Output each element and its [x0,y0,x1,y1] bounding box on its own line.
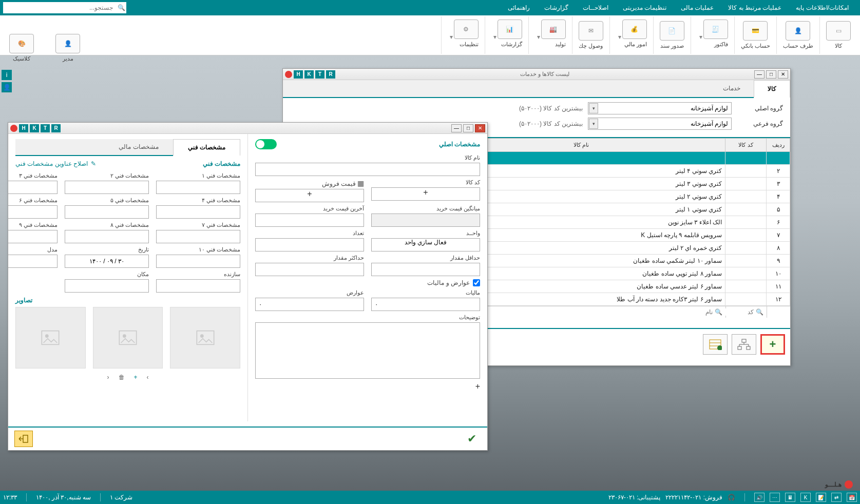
status-dots-icon[interactable]: ⋯ [770,493,780,502]
chevron-down-icon[interactable]: ▾ [491,33,496,41]
duty-input[interactable] [255,298,364,311]
unit-activate-button[interactable]: فعال سازي واحد [371,238,480,251]
tab-finance-specs[interactable]: مشخصات مالي [104,139,173,155]
add-more-button[interactable]: + [255,382,480,391]
tax-checkbox[interactable] [473,279,480,286]
ribbon-voucher[interactable]: 📄صدور سند [653,16,691,54]
ribbon-production[interactable]: 🏭توليد▾ [528,16,572,54]
menu-finance-ops[interactable]: عملیات مالی [674,4,721,11]
ribbon-reports[interactable]: 📊گزارشات▾ [485,16,528,54]
ribbon-bank-account[interactable]: 💳حساب بانکي [734,16,776,54]
status-k-icon[interactable]: K [800,493,811,502]
col-row[interactable]: رديف [767,139,790,152]
shortcut-r[interactable]: R [51,124,61,132]
tab-tech-specs[interactable]: مشخصات فني [173,139,240,156]
ribbon-theme-classic[interactable]: 🎨کلاسیک [3,34,40,62]
tab-goods[interactable]: کالا [754,80,790,98]
tech-spec-input[interactable] [65,181,149,194]
menu-mgmt-settings[interactable]: تنظیمات مدیریتی [616,4,674,11]
tab-services[interactable]: خدمات [710,80,754,97]
menu-help[interactable]: راهنمائی [501,4,537,11]
chevron-down-icon[interactable]: ▾ [535,33,540,41]
image-slot-2[interactable] [93,307,163,369]
global-search-input[interactable] [3,4,116,11]
maximize-button[interactable]: □ [766,70,776,79]
status-note-icon[interactable]: 📝 [816,493,826,502]
last-buy-input[interactable] [255,214,364,227]
close-button[interactable]: ✕ [778,70,788,79]
image-delete[interactable]: 🗑 [119,374,125,381]
ribbon-cheque[interactable]: ✉وصول چك [572,16,609,54]
chevron-down-icon[interactable]: ▾ [589,103,598,113]
tech-spec-input[interactable] [65,279,149,293]
sale-price-add[interactable]: + [255,189,364,202]
shortcut-k[interactable]: K [304,70,314,79]
chevron-down-icon[interactable]: ▾ [616,33,621,41]
shortcut-t[interactable]: T [41,124,50,132]
image-next[interactable]: › [147,374,149,381]
tech-spec-input[interactable] [65,230,149,243]
tech-spec-input[interactable] [8,230,58,243]
tech-spec-input[interactable] [156,255,240,268]
shortcut-t[interactable]: T [315,70,324,79]
chevron-down-icon[interactable]: ▾ [589,119,598,129]
menu-basics[interactable]: امکانات/اطلاعات پایه [789,4,856,11]
group-tree-button[interactable] [732,334,756,355]
item-detail-titlebar[interactable]: H K T R — □ ✕ [8,123,487,134]
tech-spec-input[interactable] [8,181,58,194]
tax-checkbox-row[interactable]: عوارض و مالیات [255,279,480,286]
ribbon-settings[interactable]: ⚙تنظيمات▾ [441,16,485,54]
chevron-down-icon[interactable]: ▾ [697,33,702,41]
col-code[interactable]: کد کالا [725,139,767,152]
min-input[interactable] [371,263,480,276]
ribbon-finance[interactable]: 💰امور مالي▾ [609,16,653,54]
ribbon-user-admin[interactable]: 👤مدیر [49,34,86,62]
tech-spec-input[interactable] [156,205,240,219]
shortcut-h[interactable]: H [294,70,303,79]
shortcut-r[interactable]: R [326,70,335,79]
main-group-input[interactable] [588,102,732,114]
ribbon-goods[interactable]: ▭کالا [819,16,857,54]
chevron-down-icon[interactable]: ▾ [448,33,453,41]
image-slot-3[interactable] [15,307,86,369]
global-search[interactable]: 🔍 [3,2,126,13]
maximize-button[interactable]: □ [463,124,473,132]
desc-textarea[interactable] [255,322,480,379]
tech-spec-input[interactable] [156,279,240,293]
tax-input[interactable] [371,298,480,311]
image-prev[interactable]: ‹ [107,374,109,381]
image-slot-1[interactable] [170,307,240,369]
tech-spec-input[interactable] [65,205,149,219]
status-convert-icon[interactable]: ⇄ [831,493,842,502]
list-view-button[interactable] [703,334,728,355]
status-calc-icon[interactable]: 🖩 [785,493,795,502]
tech-spec-input[interactable] [8,255,58,268]
edit-spec-titles-link[interactable]: ✎اصلاح عناوین مشخصات فني [15,160,96,167]
item-active-toggle[interactable] [255,139,277,149]
minimize-button[interactable]: — [754,70,765,79]
goods-list-titlebar[interactable]: H K T R ليست كالاها و خدمات — □ ✕ [283,69,790,80]
confirm-button[interactable]: ✔ [463,431,481,447]
tech-spec-input[interactable] [8,205,58,219]
user-widget-icon[interactable]: 👤 [2,82,12,92]
qty-input[interactable] [255,238,364,251]
close-button[interactable]: ✕ [475,124,485,132]
menu-goods-ops[interactable]: عملیات مرتبط به کالا [721,4,789,11]
sub-group-input[interactable] [588,118,732,130]
image-add[interactable]: + [134,374,138,381]
ribbon-account-party[interactable]: 👤طرف حساب [776,16,819,54]
menu-reports[interactable]: گزارشات [537,4,576,11]
item-code-add[interactable]: + [371,187,480,201]
add-item-button[interactable]: + [760,334,785,355]
shortcut-h[interactable]: H [19,124,28,132]
item-name-input[interactable] [255,163,480,176]
minimize-button[interactable]: — [451,124,462,132]
tech-spec-input[interactable] [65,255,149,268]
menu-corrections[interactable]: اصلاحــات [576,4,616,11]
main-group-combo[interactable]: ▾ [588,102,732,114]
sub-group-combo[interactable]: ▾ [588,118,732,130]
ribbon-invoice[interactable]: 🧾فاکتور▾ [691,16,734,54]
tech-spec-input[interactable] [156,230,240,243]
max-input[interactable] [255,263,364,276]
info-widget-icon[interactable]: i [2,70,12,80]
